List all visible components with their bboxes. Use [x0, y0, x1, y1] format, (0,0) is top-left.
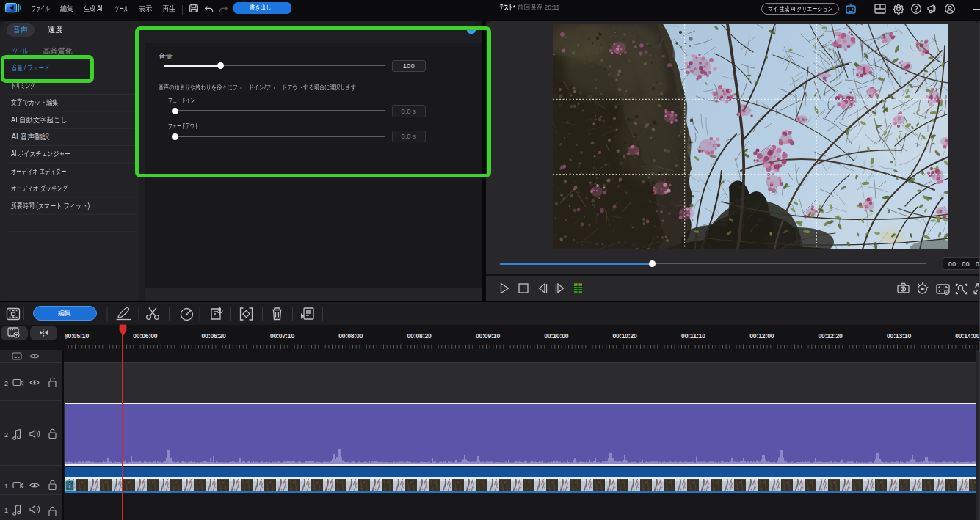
svg-text:2: 2 — [4, 431, 8, 439]
svg-text:2: 2 — [4, 380, 8, 387]
svg-text:1: 1 — [4, 507, 8, 514]
svg-text:1: 1 — [4, 483, 8, 490]
